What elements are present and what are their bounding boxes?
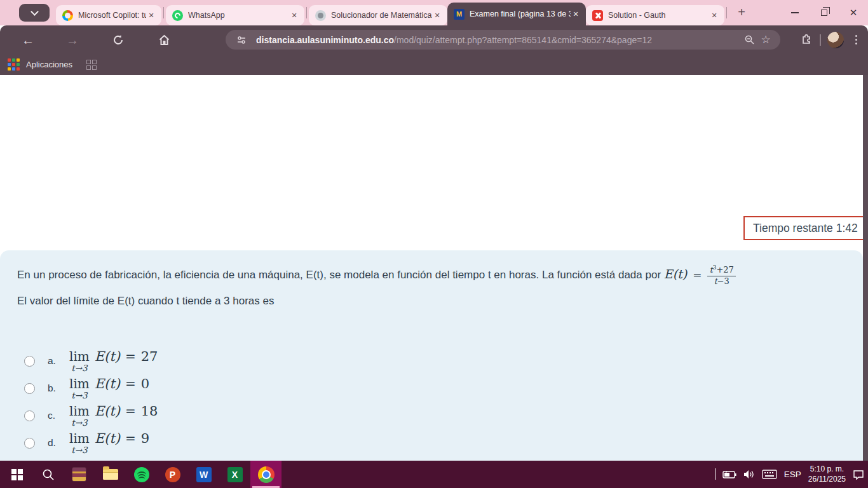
option-c-row[interactable]: c. limt→3E(t)=18	[24, 405, 158, 426]
url-text[interactable]: distancia.aulasuniminuto.edu.co/mod/quiz…	[256, 35, 741, 45]
tab-math-solver[interactable]: Solucionador de Matemática ✕	[309, 5, 447, 25]
option-b-expression: limt→3E(t)=0	[69, 376, 149, 400]
windows-logo-icon	[11, 469, 23, 480]
touch-keyboard-button[interactable]	[762, 470, 777, 479]
url-domain: distancia.aulasuniminuto.edu.co	[256, 35, 394, 45]
powerpoint-button[interactable]: P	[157, 461, 188, 488]
file-explorer-button[interactable]	[95, 461, 126, 488]
option-b-row[interactable]: b. limt→3E(t)=0	[24, 377, 158, 399]
answer-options: a. limt→3E(t)=27 b. limt→3E(t)=0 c. limt…	[24, 350, 158, 454]
home-button[interactable]	[155, 31, 173, 49]
option-d-radio[interactable]	[24, 438, 35, 449]
chrome-button-active[interactable]	[250, 461, 281, 488]
word-button[interactable]: W	[188, 461, 219, 488]
tab-title: Microsoft Copilot: tu comple	[78, 11, 146, 20]
spotify-button[interactable]	[126, 461, 157, 488]
option-d-row[interactable]: d. limt→3E(t)=9	[24, 432, 158, 454]
tab-search-dropdown-button[interactable]	[19, 4, 50, 22]
word-icon: W	[196, 467, 212, 482]
chevron-down-icon	[31, 8, 39, 16]
question-text-line2: El valor del límite de E(t) cuando t tie…	[17, 295, 844, 308]
efficiency-formula: E(t)=t3+27t−3	[664, 268, 736, 281]
language-indicator[interactable]: ESP	[784, 470, 801, 479]
folder-icon	[103, 469, 118, 480]
moodle-icon: M	[454, 9, 465, 20]
quiz-page: Tiempo restante 1:42 En un proceso de fa…	[0, 75, 868, 461]
option-a-row[interactable]: a. limt→3E(t)=27	[24, 350, 158, 372]
bookmark-star-button[interactable]: ☆	[757, 32, 774, 48]
option-c-expression: limt→3E(t)=18	[69, 403, 158, 428]
tab-close-icon[interactable]: ✕	[146, 10, 156, 20]
question-text: En un proceso de fabricación, la eficien…	[17, 269, 661, 281]
back-button[interactable]: ←	[19, 31, 37, 49]
tab-separator	[306, 7, 307, 18]
excel-button[interactable]: X	[219, 461, 250, 488]
tab-close-icon[interactable]: ✕	[432, 10, 442, 20]
bookmarks-apps-link[interactable]: Aplicaciones	[26, 60, 72, 69]
window-controls: ✕	[780, 0, 868, 25]
action-center-button[interactable]	[853, 470, 864, 480]
extensions-button[interactable]	[801, 32, 813, 48]
volume-button[interactable]	[743, 470, 755, 479]
option-a-radio[interactable]	[24, 356, 35, 367]
profile-avatar[interactable]	[827, 32, 844, 48]
search-icon	[42, 468, 55, 481]
copilot-icon	[62, 10, 73, 21]
option-letter: b.	[48, 383, 59, 394]
winrar-button[interactable]	[64, 461, 95, 488]
tab-gauth[interactable]: Solution - Gauth ✕	[586, 5, 724, 25]
chevron-up-icon	[715, 468, 715, 480]
math-solver-icon	[315, 10, 326, 21]
screen: Microsoft Copilot: tu comple ✕ WhatsApp …	[0, 0, 868, 488]
tab-examen-final-active[interactable]: M Examen final (página 13 de 3 ✕	[447, 3, 586, 25]
option-b-radio[interactable]	[24, 383, 35, 394]
browser-toolbar: ← → distancia.aulasunimin	[0, 25, 868, 54]
tab-close-icon[interactable]: ✕	[289, 10, 299, 20]
keyboard-icon	[762, 470, 777, 479]
close-icon: ✕	[850, 7, 858, 18]
reload-button[interactable]	[109, 31, 127, 49]
quiz-timer: Tiempo restante 1:42	[743, 216, 868, 240]
browser-menu-button[interactable]	[850, 35, 862, 44]
winrar-icon	[72, 467, 86, 482]
bookmark-grid-icon[interactable]	[86, 60, 97, 70]
toolbar-right	[801, 30, 862, 50]
speaker-icon	[743, 470, 755, 479]
new-tab-button[interactable]: +	[733, 3, 750, 21]
zoom-icon	[744, 34, 755, 45]
forward-button[interactable]: →	[64, 31, 81, 49]
tab-title: Solucionador de Matemática	[331, 11, 432, 20]
battery-status[interactable]	[722, 470, 736, 479]
tab-whatsapp[interactable]: WhatsApp ✕	[166, 5, 304, 25]
spotify-icon	[134, 467, 149, 482]
clock[interactable]: 5:10 p. m. 26/11/2025	[808, 464, 846, 484]
option-c-radio[interactable]	[24, 410, 35, 421]
close-button[interactable]: ✕	[839, 0, 868, 25]
minimize-button[interactable]	[780, 0, 810, 25]
extensions-icon	[801, 32, 813, 45]
tray-expand-button[interactable]	[715, 469, 715, 480]
time-text: 5:10 p. m.	[808, 464, 846, 475]
tab-close-icon[interactable]: ✕	[571, 9, 581, 19]
tab-close-icon[interactable]: ✕	[709, 10, 719, 20]
powerpoint-icon: P	[165, 467, 180, 482]
battery-icon	[722, 470, 736, 479]
system-tray: ESP 5:10 p. m. 26/11/2025	[715, 461, 864, 488]
taskbar-search-button[interactable]	[32, 461, 64, 488]
taskbar-apps: P W X	[0, 461, 281, 488]
whatsapp-icon	[172, 10, 183, 21]
action-center-icon	[853, 470, 864, 480]
option-letter: d.	[48, 437, 59, 449]
date-text: 26/11/2025	[808, 475, 846, 485]
start-button[interactable]	[1, 461, 32, 488]
page-scrollbar[interactable]	[863, 75, 868, 461]
tab-copilot[interactable]: Microsoft Copilot: tu comple ✕	[56, 5, 161, 25]
address-bar[interactable]: distancia.aulasuniminuto.edu.co/mod/quiz…	[226, 30, 780, 50]
restore-button[interactable]	[810, 0, 839, 25]
zoom-button[interactable]	[741, 32, 757, 48]
reload-icon	[112, 34, 124, 46]
gauth-icon	[592, 10, 603, 21]
site-info-icon[interactable]	[233, 32, 250, 48]
restore-icon	[821, 10, 827, 16]
option-d-expression: limt→3E(t)=9	[69, 431, 149, 455]
